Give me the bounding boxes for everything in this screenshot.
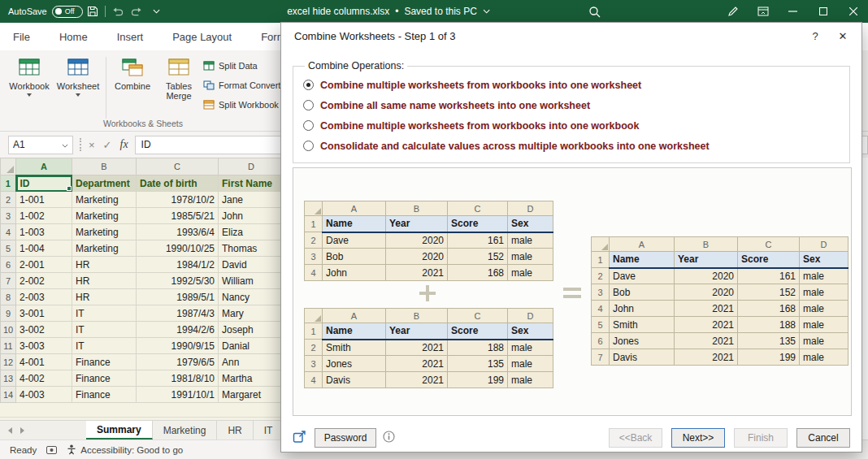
ribbon-tab-file[interactable]: File [13,31,30,43]
cell-C7[interactable]: 1992/5/30 [137,273,219,289]
cell-B3[interactable]: Marketing [72,208,137,224]
radio-combine-same-name-worksheets[interactable]: Combine all same name worksheets into on… [303,95,840,115]
sheet-nav-right-icon[interactable] [20,427,24,434]
cell-A12[interactable]: 4-001 [16,354,72,370]
cell-C13[interactable]: 1981/8/10 [137,370,219,387]
cell-D9[interactable]: Mary [219,305,284,322]
cell-A5[interactable]: 1-004 [16,240,72,257]
cell-D13[interactable]: Martha [219,370,284,387]
chevron-down-icon[interactable] [483,9,490,14]
cell-B10[interactable]: IT [72,322,137,338]
cell-A7[interactable]: 2-002 [16,273,72,289]
cell-D12[interactable]: Ann [219,354,284,370]
ribbon-display-options-icon[interactable] [748,0,778,23]
cell-A9[interactable]: 3-001 [16,305,72,322]
cell-B2[interactable]: Marketing [72,192,137,208]
cell-B5[interactable]: Marketing [72,240,137,257]
radio-combine-worksheets-into-one-workbook[interactable]: Combine multiple worksheets from workboo… [303,115,840,136]
column-header-d[interactable]: D [219,158,284,175]
tables-merge-button[interactable]: Tables Merge [156,55,202,117]
cell-D8[interactable]: Nancy [219,289,284,305]
autosave-toggle[interactable]: AutoSave Off [8,6,83,18]
ribbon-tab-insert[interactable]: Insert [117,31,144,43]
cell-D11[interactable]: Danial [219,338,284,354]
share-window-icon[interactable] [293,430,306,446]
column-header-a[interactable]: A [16,158,72,175]
help-button[interactable]: ? [801,24,829,48]
finish-button[interactable]: Finish [734,428,788,448]
next-button[interactable]: Next>> [671,428,725,448]
close-button[interactable] [838,0,868,23]
name-box[interactable]: A1 [8,136,73,154]
cell-A3[interactable]: 1-002 [16,208,72,224]
cell-A6[interactable]: 2-001 [16,257,72,273]
maximize-button[interactable] [808,0,838,23]
cell-B8[interactable]: HR [72,289,137,305]
macro-record-icon[interactable] [46,446,57,454]
draw-icon[interactable] [718,0,748,23]
sheet-tab-marketing[interactable]: Marketing [153,421,218,440]
cell-C5[interactable]: 1990/10/25 [137,240,219,257]
cell-C11[interactable]: 1990/9/15 [137,338,219,354]
cell-D14[interactable]: Margaret [219,387,284,403]
cell-C8[interactable]: 1989/5/1 [137,289,219,305]
cell-C4[interactable]: 1993/6/4 [137,224,219,240]
formula-cancel-icon[interactable]: × [89,139,95,151]
workbook-button[interactable]: Workbook [7,55,52,117]
row-header-11[interactable]: 11 [1,338,16,354]
cell-D1[interactable]: First Name [219,175,284,192]
worksheet-button[interactable]: Worksheet [54,55,102,117]
row-header-1[interactable]: 1 [1,175,16,192]
sheet-nav-left-icon[interactable] [8,427,12,434]
cell-A11[interactable]: 3-003 [16,338,72,354]
cell-D6[interactable]: David [219,257,284,273]
cell-A1[interactable]: ID [16,175,72,192]
sheet-tab-it[interactable]: IT [254,421,284,440]
cell-D4[interactable]: Eliza [219,224,284,240]
cell-B9[interactable]: IT [72,305,137,322]
row-header-6[interactable]: 6 [1,257,16,273]
cell-C1[interactable]: Date of birth [137,175,219,192]
radio-consolidate-and-calculate[interactable]: Consolidate and calculate values across … [303,136,840,156]
accessibility-status[interactable]: Accessibility: Good to go [67,444,183,455]
cell-D5[interactable]: Thomas [219,240,284,257]
cell-D7[interactable]: William [219,273,284,289]
undo-icon[interactable] [108,0,128,23]
row-header-13[interactable]: 13 [1,370,16,387]
cell-D3[interactable]: John [219,208,284,224]
cell-C3[interactable]: 1985/5/21 [137,208,219,224]
split-data-button[interactable]: Split Data [203,58,289,73]
column-header-c[interactable]: C [137,158,219,175]
column-header-b[interactable]: B [72,158,137,175]
ribbon-tab-page-layout[interactable]: Page Layout [172,31,232,43]
cell-B7[interactable]: HR [72,273,137,289]
cancel-button[interactable]: Cancel [796,428,850,448]
row-header-10[interactable]: 10 [1,322,16,338]
cell-B4[interactable]: Marketing [72,224,137,240]
cell-B13[interactable]: Finance [72,370,137,387]
row-header-5[interactable]: 5 [1,240,16,257]
quick-access-caret-icon[interactable] [147,0,167,23]
format-convert-button[interactable]: Format Convert [203,78,289,93]
cell-A10[interactable]: 3-002 [16,322,72,338]
cell-A2[interactable]: 1-001 [16,192,72,208]
row-header-9[interactable]: 9 [1,305,16,322]
row-header-2[interactable]: 2 [1,192,16,208]
formula-bar-splitter[interactable] [80,138,82,151]
select-all-corner[interactable] [1,158,16,175]
cell-D10[interactable]: Joseph [219,322,284,338]
insert-function-icon[interactable]: fx [120,138,128,151]
cell-C10[interactable]: 1994/2/6 [137,322,219,338]
cell-A14[interactable]: 4-003 [16,387,72,403]
redo-icon[interactable] [128,0,147,23]
cell-C9[interactable]: 1987/4/3 [137,305,219,322]
radio-combine-worksheets-into-one-worksheet[interactable]: Combine multiple worksheets from workboo… [303,75,840,95]
cell-A4[interactable]: 1-003 [16,224,72,240]
split-workbook-button[interactable]: Split Workbook [203,97,289,112]
search-icon[interactable] [582,0,606,23]
row-header-12[interactable]: 12 [1,354,16,370]
cell-C2[interactable]: 1978/10/2 [137,192,219,208]
dialog-close-button[interactable]: ✕ [829,24,857,48]
cell-C6[interactable]: 1984/1/2 [137,257,219,273]
sheet-tab-hr[interactable]: HR [217,421,253,440]
